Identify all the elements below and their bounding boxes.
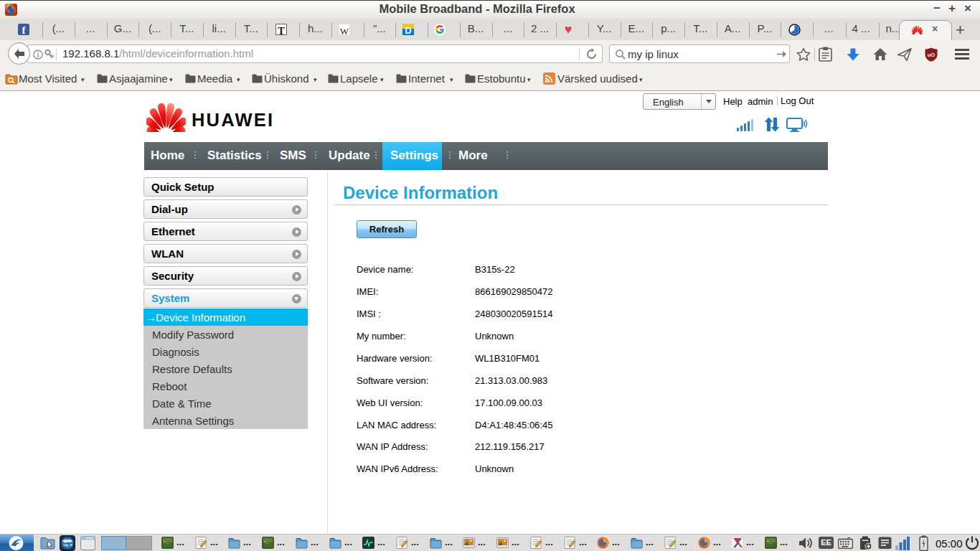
svg-text:uO: uO [928,52,936,58]
svg-text:>_: >_ [767,540,773,545]
svg-text:>_: >_ [264,540,270,545]
svg-text:>_: >_ [164,540,169,545]
